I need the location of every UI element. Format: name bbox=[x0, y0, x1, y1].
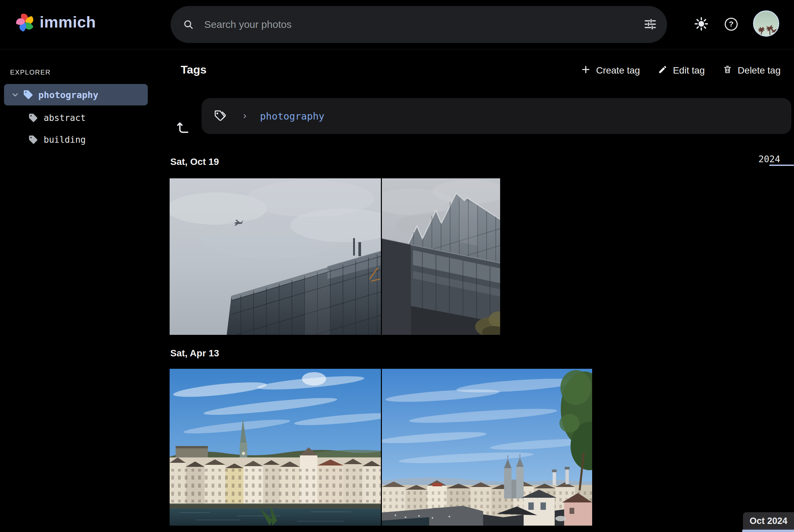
delete-tag-label: Delete tag bbox=[738, 65, 780, 76]
pencil-icon bbox=[658, 65, 667, 77]
search-icon bbox=[183, 19, 194, 30]
photo-thumbnail[interactable] bbox=[170, 369, 381, 526]
sidebar-item-building[interactable]: building bbox=[4, 129, 148, 150]
app-header: immich bbox=[0, 0, 794, 50]
sidebar-item-label: building bbox=[44, 135, 86, 145]
scrubber-handle[interactable] bbox=[769, 165, 794, 166]
delete-tag-button[interactable]: Delete tag bbox=[723, 65, 780, 77]
photo-thumbnail[interactable] bbox=[382, 178, 500, 335]
photo-thumbnail[interactable] bbox=[382, 369, 592, 526]
sidebar-item-abstract[interactable]: abstract bbox=[4, 108, 148, 128]
scrubber-position-marker bbox=[742, 530, 794, 532]
breadcrumb-current[interactable]: photography bbox=[260, 111, 324, 122]
sun-icon bbox=[694, 16, 709, 33]
theme-toggle-button[interactable] bbox=[691, 14, 712, 35]
sidebar-item-label: photography bbox=[38, 90, 98, 100]
search-filter-button[interactable] bbox=[644, 17, 657, 32]
tag-icon bbox=[28, 113, 38, 123]
photo-zurich-skyline bbox=[382, 369, 592, 526]
date-header: Sat, Apr 13 bbox=[170, 348, 219, 359]
tags-icon bbox=[214, 109, 226, 123]
back-button[interactable] bbox=[173, 117, 193, 138]
page-title: Tags bbox=[181, 63, 207, 76]
breadcrumb: photography bbox=[202, 98, 791, 134]
chevron-down-icon[interactable] bbox=[11, 90, 19, 99]
arrow-up-left-icon bbox=[176, 120, 190, 136]
photo-thumbnail[interactable] bbox=[170, 178, 381, 335]
tag-icon bbox=[28, 135, 38, 145]
avatar[interactable] bbox=[753, 11, 779, 37]
question-mark-icon: ? bbox=[723, 16, 739, 33]
explorer-heading: EXPLORER bbox=[10, 69, 51, 76]
photo-zurich-riverfront bbox=[170, 369, 381, 526]
sidebar-item-photography[interactable]: photography bbox=[4, 84, 148, 106]
date-header: Sat, Oct 19 bbox=[170, 156, 219, 167]
photo-sawtooth-facade bbox=[382, 178, 500, 335]
help-button[interactable]: ? bbox=[720, 14, 742, 36]
avatar-photo bbox=[754, 12, 778, 36]
app-logo-text: immich bbox=[40, 13, 96, 31]
sidebar-item-label: abstract bbox=[44, 113, 86, 123]
scrubber-date-tooltip: Oct 2024 bbox=[743, 512, 794, 530]
search-bar bbox=[171, 6, 667, 43]
chevron-right-icon bbox=[241, 113, 248, 120]
create-tag-button[interactable]: Create tag bbox=[581, 64, 640, 77]
tag-actions: Create tag Edit tag Delete tag bbox=[581, 62, 780, 79]
svg-text:?: ? bbox=[729, 19, 734, 28]
edit-tag-button[interactable]: Edit tag bbox=[658, 65, 705, 77]
photo-airplane-glass-building bbox=[170, 178, 381, 335]
immich-logo-icon bbox=[14, 12, 36, 34]
scrubber-year-label: 2024 bbox=[758, 154, 780, 164]
sliders-icon bbox=[644, 17, 657, 32]
tag-icon bbox=[23, 89, 34, 100]
search-input[interactable] bbox=[204, 18, 644, 31]
create-tag-label: Create tag bbox=[596, 65, 640, 76]
edit-tag-label: Edit tag bbox=[673, 65, 705, 76]
plus-icon bbox=[581, 64, 591, 77]
trash-icon bbox=[723, 65, 732, 77]
